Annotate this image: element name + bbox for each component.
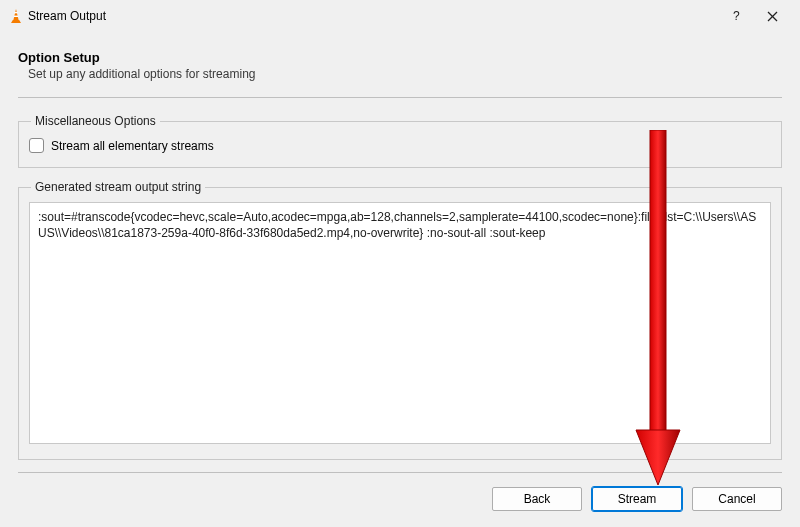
page-subheading: Set up any additional options for stream… [28, 67, 782, 81]
misc-options-group: Miscellaneous Options Stream all element… [18, 114, 782, 168]
stream-all-elementary-checkbox[interactable] [29, 138, 44, 153]
svg-rect-1 [14, 16, 18, 17]
generated-output-textarea[interactable] [29, 202, 771, 444]
svg-text:?: ? [733, 10, 740, 22]
titlebar: Stream Output ? [0, 0, 800, 32]
stream-all-elementary-row[interactable]: Stream all elementary streams [29, 136, 771, 155]
misc-options-legend: Miscellaneous Options [31, 114, 160, 128]
stream-button[interactable]: Stream [592, 487, 682, 511]
window-title: Stream Output [28, 9, 106, 23]
back-button[interactable]: Back [492, 487, 582, 511]
content-area: Option Setup Set up any additional optio… [0, 32, 800, 460]
close-button[interactable] [754, 0, 790, 32]
divider-top [18, 97, 782, 98]
footer-buttons: Back Stream Cancel [0, 471, 800, 527]
stream-all-elementary-label: Stream all elementary streams [51, 139, 214, 153]
page-heading: Option Setup [18, 50, 782, 65]
vlc-cone-icon [8, 8, 24, 24]
generated-output-group: Generated stream output string [18, 180, 782, 460]
cancel-button[interactable]: Cancel [692, 487, 782, 511]
svg-rect-0 [14, 12, 17, 13]
generated-output-legend: Generated stream output string [31, 180, 205, 194]
help-button[interactable]: ? [718, 0, 754, 32]
